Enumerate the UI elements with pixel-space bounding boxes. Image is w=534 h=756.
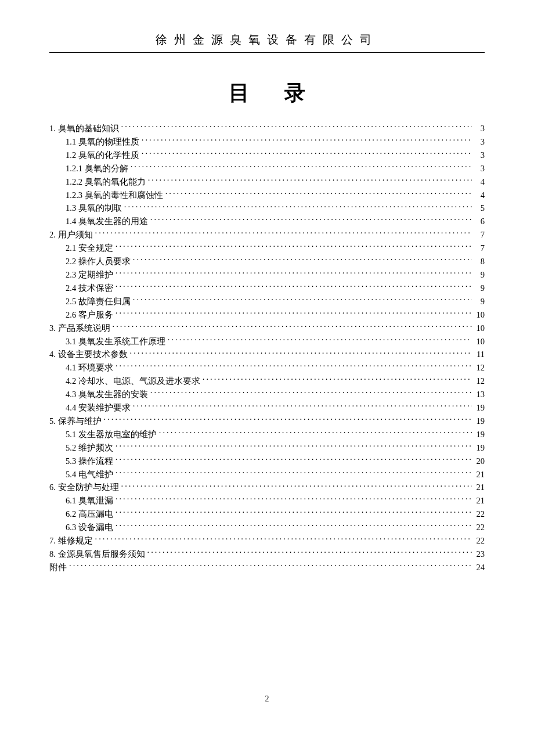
toc-entry-label: 4.1 环境要求	[66, 361, 113, 375]
toc-leader-dots	[165, 189, 472, 198]
toc-entry: 1. 臭氧的基础知识3	[49, 122, 485, 135]
toc-leader-dots	[116, 522, 472, 531]
toc-leader-dots	[116, 495, 472, 504]
toc-leader-dots	[116, 243, 472, 251]
toc-entry-label: 4.2 冷却水、电源、气源及进水要求	[66, 375, 200, 388]
toc-entry-label: 1.1 臭氧的物理性质	[66, 135, 139, 149]
toc-entry-page: 12	[474, 361, 485, 375]
toc-leader-dots	[133, 256, 472, 265]
toc-entry-page: 5	[474, 201, 485, 215]
toc-entry-label: 5. 保养与维护	[49, 415, 102, 428]
toc-entry: 6.1 臭氧泄漏21	[49, 494, 485, 507]
toc-leader-dots	[148, 176, 472, 185]
toc-entry: 1.3 臭氧的制取5	[49, 201, 485, 215]
toc-entry: 1.2.2 臭氧的氧化能力4	[49, 175, 485, 189]
toc-entry-page: 22	[474, 507, 485, 521]
toc-entry-page: 23	[474, 548, 485, 561]
toc-entry: 7. 维修规定22	[49, 534, 485, 548]
toc-entry: 6. 安全防护与处理21	[49, 481, 485, 494]
toc-entry: 2.5 故障责任归属9	[49, 295, 485, 308]
toc-entry-label: 2. 用户须知	[49, 228, 93, 242]
toc-leader-dots	[203, 376, 472, 384]
toc-entry-label: 5.1 发生器放电室的维护	[66, 428, 157, 441]
toc-title: 目录	[49, 79, 485, 107]
toc-leader-dots	[159, 429, 472, 437]
toc-entry-page: 7	[474, 242, 485, 255]
toc-entry: 5.3 操作流程20	[49, 455, 485, 468]
toc-entry-page: 3	[474, 122, 485, 135]
toc-entry-page: 24	[474, 561, 485, 574]
toc-entry-page: 4	[474, 189, 485, 202]
toc-entry: 2.1 安全规定7	[49, 242, 485, 255]
toc-leader-dots	[116, 309, 472, 318]
toc-entry-page: 3	[474, 162, 485, 175]
toc-entry-label: 2.3 定期维护	[66, 268, 113, 282]
toc-entry: 1.4 臭氧发生器的用途6	[49, 215, 485, 228]
toc-leader-dots	[116, 455, 472, 464]
toc-entry-page: 7	[474, 228, 485, 242]
toc-entry-page: 11	[474, 348, 485, 361]
toc-entry: 3. 产品系统说明10	[49, 322, 485, 335]
toc-leader-dots	[142, 136, 472, 145]
toc-entry: 2.2 操作人员要求8	[49, 255, 485, 268]
toc-entry-label: 6.3 设备漏电	[66, 521, 113, 534]
toc-leader-dots	[133, 296, 472, 304]
table-of-contents: 1. 臭氧的基础知识31.1 臭氧的物理性质31.2 臭氧的化学性质31.2.1…	[49, 122, 485, 574]
toc-entry-page: 3	[474, 149, 485, 162]
toc-entry: 3.1 臭氧发生系统工作原理10	[49, 335, 485, 348]
toc-entry: 1.2.3 臭氧的毒性和腐蚀性4	[49, 189, 485, 202]
toc-entry-label: 附件	[49, 561, 67, 574]
toc-entry-page: 22	[474, 521, 485, 534]
toc-leader-dots	[95, 535, 472, 544]
toc-entry-label: 3. 产品系统说明	[49, 322, 110, 335]
toc-entry-page: 22	[474, 534, 485, 548]
toc-entry-label: 1.4 臭氧发生器的用途	[66, 215, 148, 228]
toc-entry-label: 1.2 臭氧的化学性质	[66, 149, 139, 162]
toc-entry-page: 21	[474, 468, 485, 481]
toc-entry: 2.3 定期维护9	[49, 268, 485, 282]
toc-leader-dots	[121, 123, 472, 132]
toc-entry-label: 8. 金源臭氧售后服务须知	[49, 548, 145, 561]
toc-leader-dots	[113, 322, 472, 331]
toc-leader-dots	[116, 269, 472, 278]
toc-entry-label: 5.3 操作流程	[66, 455, 113, 468]
toc-entry: 5.2 维护频次19	[49, 441, 485, 455]
toc-entry-page: 4	[474, 175, 485, 189]
toc-leader-dots	[142, 149, 472, 158]
toc-entry-label: 1.2.2 臭氧的氧化能力	[66, 175, 146, 189]
page-number: 2	[0, 694, 534, 704]
toc-entry: 8. 金源臭氧售后服务须知23	[49, 548, 485, 561]
toc-entry-page: 19	[474, 415, 485, 428]
toc-entry-label: 2.5 故障责任归属	[66, 295, 131, 308]
toc-entry-label: 2.2 操作人员要求	[66, 255, 131, 268]
toc-leader-dots	[150, 216, 472, 225]
toc-entry: 5. 保养与维护19	[49, 415, 485, 428]
toc-leader-dots	[121, 482, 472, 491]
toc-entry: 2.6 客户服务10	[49, 308, 485, 322]
toc-entry-label: 6.1 臭氧泄漏	[66, 494, 113, 507]
toc-entry-page: 20	[474, 455, 485, 468]
toc-entry-label: 1.2.1 臭氧的分解	[66, 162, 128, 175]
toc-entry-label: 1. 臭氧的基础知识	[49, 122, 119, 135]
toc-entry: 6.3 设备漏电22	[49, 521, 485, 534]
toc-entry: 5.4 电气维护21	[49, 468, 485, 481]
toc-entry-label: 5.2 维护频次	[66, 441, 113, 455]
toc-entry-label: 6. 安全防护与处理	[49, 481, 119, 494]
toc-entry-page: 10	[474, 335, 485, 348]
toc-entry-page: 6	[474, 215, 485, 228]
toc-entry: 6.2 高压漏电22	[49, 507, 485, 521]
company-header: 徐州金源臭氧设备有限公司	[49, 32, 485, 53]
toc-entry-page: 19	[474, 441, 485, 455]
toc-entry-label: 2.6 客户服务	[66, 308, 113, 322]
toc-leader-dots	[116, 362, 472, 371]
toc-leader-dots	[131, 163, 472, 171]
toc-entry: 4. 设备主要技术参数11	[49, 348, 485, 361]
toc-leader-dots	[116, 442, 472, 451]
toc-entry-label: 2.1 安全规定	[66, 242, 113, 255]
toc-entry-label: 3.1 臭氧发生系统工作原理	[66, 335, 165, 348]
toc-leader-dots	[116, 282, 472, 291]
toc-entry: 1.2.1 臭氧的分解3	[49, 162, 485, 175]
toc-entry-page: 21	[474, 494, 485, 507]
toc-entry: 4.2 冷却水、电源、气源及进水要求12	[49, 375, 485, 388]
toc-leader-dots	[116, 469, 472, 477]
